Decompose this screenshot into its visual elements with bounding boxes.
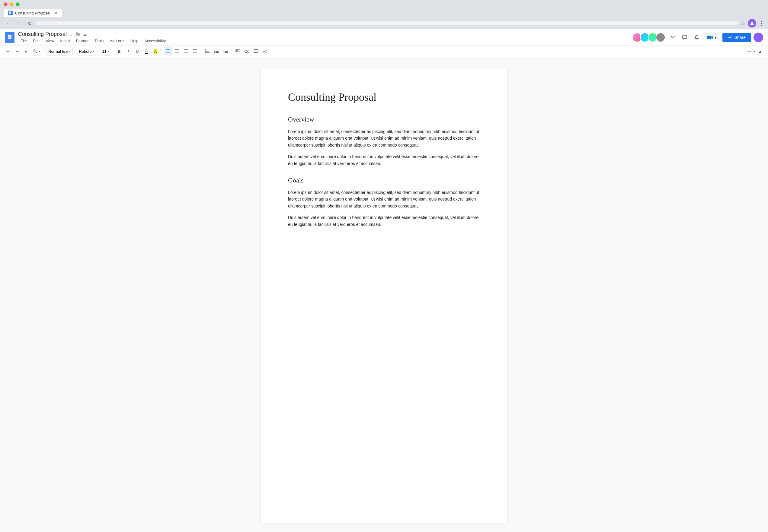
- menu-help[interactable]: Help: [128, 38, 141, 44]
- browser-menu-button[interactable]: ⋮: [759, 20, 764, 27]
- zoom-dropdown[interactable]: 🔍 ▾: [31, 47, 42, 55]
- svg-rect-39: [236, 49, 240, 53]
- menu-view[interactable]: View: [43, 38, 56, 44]
- bullet-list-button[interactable]: [212, 47, 221, 55]
- doc-body-goals-2: Duis autem vel eum iriure dolor in hendr…: [288, 214, 480, 228]
- doc-app-icon: [5, 32, 14, 43]
- svg-rect-32: [216, 52, 219, 53]
- browser-toolbar-right: ☆ ⋮: [741, 19, 764, 27]
- app-container: Consulting Proposal ☆ ☁ File Edit View I…: [0, 29, 768, 532]
- separator-5: [161, 48, 162, 54]
- menu-bar: File Edit View Insert Format Tools Add-o…: [18, 38, 629, 44]
- menu-tools[interactable]: Tools: [92, 38, 106, 44]
- underline-button[interactable]: U: [133, 47, 141, 55]
- separator-1: [44, 48, 44, 54]
- svg-rect-19: [185, 51, 188, 51]
- star-doc-icon[interactable]: ☆: [69, 32, 73, 37]
- active-tab[interactable]: Consulting Proposal ✕: [4, 9, 62, 17]
- svg-rect-22: [193, 51, 197, 51]
- align-center-button[interactable]: [173, 47, 181, 55]
- svg-rect-8: [8, 37, 10, 38]
- bookmark-icon[interactable]: ☆: [741, 21, 745, 26]
- undo-button[interactable]: ↩: [4, 47, 12, 55]
- svg-point-29: [214, 52, 215, 53]
- edit-mode-button[interactable]: ✏: [745, 47, 753, 55]
- tab-close-button[interactable]: ✕: [54, 11, 58, 15]
- minimize-button[interactable]: [10, 2, 14, 6]
- svg-rect-15: [175, 49, 179, 50]
- address-bar[interactable]: [36, 21, 739, 25]
- italic-button[interactable]: I: [124, 47, 132, 55]
- doc-heading-overview: Overview: [288, 116, 480, 123]
- numbered-list-button[interactable]: 1.2.3.: [221, 47, 230, 55]
- browser-profile-avatar[interactable]: [748, 19, 756, 27]
- traffic-lights: [4, 2, 20, 6]
- separator-6: [201, 48, 202, 54]
- activity-icon[interactable]: [668, 33, 678, 42]
- svg-rect-21: [193, 49, 197, 50]
- insert-image-button[interactable]: [234, 47, 242, 55]
- omnibox-bar: ‹ › ↻ ☆ ⋮: [0, 17, 768, 29]
- meet-dropdown-arrow: ▾: [715, 35, 717, 40]
- text-color-button[interactable]: A: [142, 47, 151, 55]
- font-dropdown[interactable]: Roboto ▾: [77, 47, 96, 55]
- doc-title-row: Consulting Proposal ☆ ☁: [18, 31, 629, 37]
- size-dropdown[interactable]: 11 ▾: [100, 47, 111, 55]
- print-button[interactable]: 🖨: [22, 47, 30, 55]
- doc-main-title: Consulting Proposal: [288, 91, 480, 103]
- cloud-doc-icon[interactable]: ☁: [83, 32, 87, 37]
- doc-page: Consulting Proposal Overview Lorem ipsum…: [261, 69, 507, 524]
- doc-section-overview: Overview Lorem ipsum dolor sit amet, con…: [288, 116, 480, 167]
- menu-addons[interactable]: Add-ons: [107, 38, 126, 44]
- svg-rect-6: [8, 36, 11, 36]
- svg-rect-36: [225, 50, 228, 50]
- menu-file[interactable]: File: [18, 38, 29, 44]
- share-button[interactable]: Share: [722, 33, 751, 42]
- redo-button[interactable]: ↪: [13, 47, 21, 55]
- justify-button[interactable]: [191, 47, 199, 55]
- menu-edit[interactable]: Edit: [30, 38, 42, 44]
- svg-rect-18: [184, 49, 188, 50]
- format-toolbar: ↩ ↪ 🖨 🔍 ▾ Normal text ▾ Roboto ▾ 11 ▾ B …: [0, 46, 768, 57]
- insert-link-button[interactable]: [243, 47, 251, 55]
- style-dropdown[interactable]: Normal text ▾: [46, 47, 73, 55]
- folder-doc-icon[interactable]: [75, 32, 80, 37]
- align-right-button[interactable]: [182, 47, 190, 55]
- line-spacing-button[interactable]: [203, 47, 212, 55]
- svg-rect-3: [10, 13, 11, 14]
- svg-text:3.: 3.: [224, 52, 224, 53]
- svg-point-40: [237, 50, 237, 51]
- refresh-button[interactable]: ↻: [25, 19, 34, 27]
- back-button[interactable]: ‹: [4, 19, 12, 27]
- browser-titlebar: [0, 0, 768, 9]
- svg-rect-25: [206, 51, 209, 52]
- bold-button[interactable]: B: [115, 47, 123, 55]
- svg-rect-9: [683, 35, 687, 39]
- edit-mode-arrow[interactable]: ▾: [754, 50, 755, 53]
- separator-3: [98, 48, 98, 54]
- separator-4: [113, 48, 113, 54]
- user-avatar[interactable]: [754, 33, 763, 42]
- notifications-icon[interactable]: [692, 33, 702, 42]
- forward-button[interactable]: ›: [14, 19, 23, 27]
- svg-rect-30: [216, 50, 219, 50]
- maximize-button[interactable]: [16, 2, 20, 6]
- comment-button[interactable]: [252, 47, 260, 55]
- svg-rect-24: [206, 50, 210, 50]
- menu-format[interactable]: Format: [74, 38, 91, 44]
- comments-icon[interactable]: [680, 33, 690, 42]
- align-left-button[interactable]: [163, 47, 172, 55]
- meet-button[interactable]: ▾: [704, 33, 720, 41]
- menu-accessibility[interactable]: Accessibility: [142, 38, 168, 44]
- highlight-button[interactable]: A: [151, 47, 160, 55]
- tab-favicon: [8, 11, 13, 15]
- svg-rect-0: [9, 11, 11, 14]
- svg-rect-38: [225, 52, 228, 53]
- doc-info: Consulting Proposal ☆ ☁ File Edit View I…: [18, 31, 629, 44]
- collapse-toolbar-button[interactable]: ▲: [756, 47, 764, 55]
- collab-avatars: [632, 33, 665, 42]
- close-button[interactable]: [4, 2, 8, 6]
- menu-insert[interactable]: Insert: [58, 38, 72, 44]
- clear-formatting-button[interactable]: T: [261, 47, 269, 55]
- svg-text:T: T: [263, 51, 265, 53]
